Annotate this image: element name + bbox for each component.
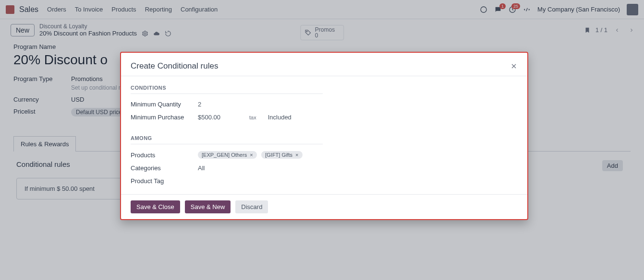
product-tag-exp-gen[interactable]: [EXP_GEN] Others × [198,151,257,159]
save-and-close-button[interactable]: Save & Close [131,200,180,213]
categories-label: Categories [131,164,188,172]
product-tag-label: [GIFT] Gifts [265,152,292,158]
section-conditions: CONDITIONS [131,85,323,94]
product-tag-label: Product Tag [131,177,188,185]
products-field[interactable]: [EXP_GEN] Others × [GIFT] Gifts × [198,151,305,159]
save-and-new-button[interactable]: Save & New [185,200,231,213]
product-tag-gift[interactable]: [GIFT] Gifts × [261,151,302,159]
products-label: Products [131,152,188,159]
dialog-title: Create Conditional rules [131,61,218,71]
categories-field[interactable]: All [198,164,205,172]
remove-tag-icon[interactable]: × [295,152,298,158]
remove-tag-icon[interactable]: × [250,152,253,158]
min-quantity-field[interactable]: 2 [198,101,201,108]
dialog-footer: Save & Close Save & New Discard [121,194,527,219]
discard-button[interactable]: Discard [235,200,268,213]
min-quantity-label: Minimum Quantity [131,101,188,108]
tax-inclusion-field[interactable]: Included [268,114,292,121]
min-purchase-field[interactable]: $500.00 [198,114,220,121]
create-conditional-rules-dialog: Create Conditional rules CONDITIONS Mini… [120,52,528,220]
close-icon[interactable] [510,62,518,70]
min-purchase-label: Minimum Purchase [131,114,188,121]
tax-label: tax [249,115,256,120]
section-among: AMONG [131,135,323,144]
product-tag-label: [EXP_GEN] Others [202,152,247,158]
